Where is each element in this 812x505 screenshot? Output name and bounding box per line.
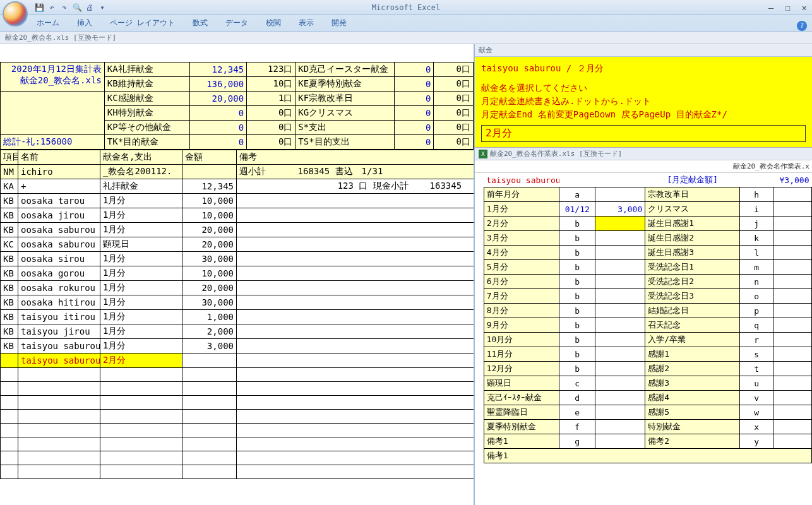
event-label[interactable]: 特別献金 (645, 420, 740, 434)
cell[interactable] (182, 382, 237, 396)
month-label[interactable]: 聖霊降臨日 (484, 405, 559, 420)
tab-page-layout[interactable]: ページ レイアウト (109, 15, 176, 31)
summary-count[interactable]: 0口 (247, 121, 296, 135)
tab-home[interactable]: ホーム (35, 15, 61, 31)
entry-code[interactable]: KB (1, 281, 18, 295)
undo-icon[interactable]: ↶ (47, 3, 57, 13)
month-value[interactable] (595, 275, 645, 289)
month-value[interactable] (595, 187, 645, 202)
month-label[interactable]: 4月分 (484, 246, 559, 260)
event-code[interactable]: r (740, 333, 773, 347)
tab-formulas[interactable]: 数式 (191, 15, 209, 31)
event-label[interactable]: 結婚記念日 (645, 304, 740, 318)
entry-name[interactable]: oosaka rokurou (18, 281, 100, 295)
entry-amount[interactable]: 20,000 (182, 223, 237, 237)
month-label[interactable]: 9月分 (484, 318, 559, 333)
month-value[interactable] (595, 217, 645, 231)
summary-amt2[interactable]: 0 (394, 77, 434, 92)
summary-count[interactable]: 0口 (247, 106, 296, 121)
event-value[interactable] (773, 231, 812, 246)
entry-amount[interactable]: 3,000 (182, 339, 237, 354)
month-code[interactable]: b (559, 217, 595, 231)
entry-amount[interactable]: 20,000 (182, 281, 237, 295)
cell[interactable] (237, 382, 475, 396)
cell[interactable] (18, 396, 100, 410)
cell[interactable] (182, 437, 237, 451)
summary-amt[interactable]: 0 (190, 135, 247, 150)
summary-amt[interactable]: 12,345 (190, 62, 247, 77)
event-value[interactable] (773, 217, 812, 231)
cell[interactable] (182, 368, 237, 382)
help-icon[interactable]: ? (797, 21, 807, 31)
month-input[interactable] (481, 125, 806, 142)
summary-amt2[interactable]: 0 (394, 92, 434, 106)
entry-code[interactable]: KB (1, 295, 18, 310)
cell[interactable] (182, 465, 237, 479)
summary-amt[interactable]: 0 (190, 106, 247, 121)
month-code[interactable]: b (559, 362, 595, 376)
event-value[interactable] (773, 434, 812, 449)
cell[interactable] (237, 451, 475, 465)
entry-month[interactable]: 1月分 (100, 223, 182, 237)
cell[interactable] (182, 165, 237, 179)
entry-amount[interactable]: 20,000 (182, 237, 237, 252)
cell[interactable]: KA (1, 179, 18, 194)
entry-name[interactable]: oosaka hitirou (18, 295, 100, 310)
entry-name[interactable]: oosaka jirou (18, 208, 100, 223)
print-icon[interactable]: 🖨 (85, 3, 95, 13)
entry-name[interactable]: taisyou jirou (18, 324, 100, 339)
cell[interactable]: 週小計 168345 書込 1/31 (237, 165, 475, 179)
event-code[interactable]: q (740, 318, 773, 333)
summary-count2[interactable]: 0口 (434, 77, 474, 92)
cell[interactable] (237, 354, 475, 368)
summary-count2[interactable]: 0口 (434, 92, 474, 106)
cell[interactable] (182, 354, 237, 368)
cell[interactable] (1, 451, 18, 465)
event-code[interactable]: k (740, 231, 773, 246)
cell[interactable] (1, 354, 18, 368)
summary-amt[interactable]: 0 (190, 121, 247, 135)
month-code[interactable]: b (559, 246, 595, 260)
event-value[interactable] (773, 318, 812, 333)
month-value[interactable] (595, 434, 645, 449)
event-label[interactable]: 誕生日感謝3 (645, 246, 740, 260)
cell[interactable] (1, 410, 18, 424)
entry-month[interactable]: 顕現日 (100, 237, 182, 252)
entry-code[interactable]: KB (1, 252, 18, 266)
cell[interactable] (237, 410, 475, 424)
cell[interactable] (237, 368, 475, 382)
cell[interactable] (18, 451, 100, 465)
month-label[interactable]: 6月分 (484, 275, 559, 289)
entry-note[interactable] (237, 252, 475, 266)
entry-code[interactable]: KC (1, 237, 18, 252)
month-value[interactable] (595, 289, 645, 304)
entry-amount[interactable]: 30,000 (182, 252, 237, 266)
entry-month[interactable]: 1月分 (100, 194, 182, 208)
event-code[interactable]: h (740, 187, 773, 202)
event-value[interactable] (773, 202, 812, 217)
summary-code2[interactable]: KF宗教改革日 (296, 92, 394, 106)
cell[interactable] (1, 382, 18, 396)
event-label[interactable]: 入学/卒業 (645, 333, 740, 347)
cell[interactable]: 12,345 (182, 179, 237, 194)
event-label[interactable]: 受洗記念日2 (645, 275, 740, 289)
month-label[interactable]: 1月分 (484, 202, 559, 217)
cell[interactable] (182, 424, 237, 437)
entry-month[interactable]: 1月分 (100, 324, 182, 339)
entry-name[interactable]: oosaka tarou (18, 194, 100, 208)
minimize-icon[interactable]: — (768, 3, 773, 13)
month-value[interactable] (595, 246, 645, 260)
event-code[interactable]: s (740, 347, 773, 362)
tab-insert[interactable]: 挿入 (76, 15, 93, 31)
event-code[interactable]: w (740, 405, 773, 420)
entry-note[interactable] (237, 295, 475, 310)
event-code[interactable]: o (740, 289, 773, 304)
entry-note[interactable] (237, 223, 475, 237)
month-label[interactable]: 3月分 (484, 231, 559, 246)
month-code[interactable]: b (559, 289, 595, 304)
entry-month[interactable]: 1月分 (100, 281, 182, 295)
event-code[interactable]: u (740, 376, 773, 391)
cell[interactable]: NM (1, 165, 18, 179)
month-code[interactable]: a (559, 187, 595, 202)
event-value[interactable] (773, 391, 812, 405)
